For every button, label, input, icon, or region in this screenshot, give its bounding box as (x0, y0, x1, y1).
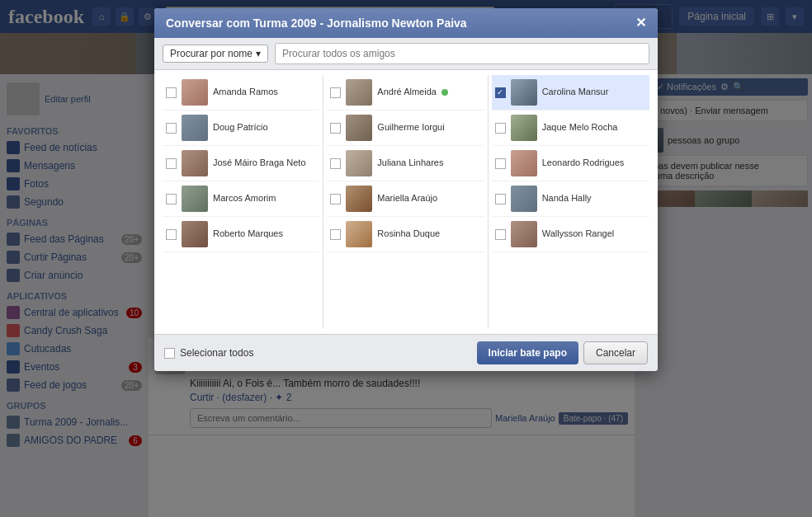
list-item[interactable]: Mariella Araújo (327, 181, 484, 217)
contact-name-10: Rosinha Duque (377, 228, 440, 239)
list-item[interactable]: Juliana Linhares (327, 146, 484, 181)
contact-name-11: Carolina Mansur (542, 87, 609, 97)
modal-footer: Selecionar todos Iniciar bate papo Cance… (154, 334, 658, 371)
chat-modal: Conversar com Turma 2009 - Jornalismo Ne… (154, 8, 658, 371)
list-item[interactable]: Nanda Hally (492, 181, 649, 217)
list-item[interactable]: José Máiro Braga Neto (163, 146, 319, 181)
search-type-dropdown[interactable]: Procurar por nome ▾ (163, 45, 268, 63)
contact-checkbox-12[interactable] (495, 123, 506, 134)
contact-avatar-2 (182, 115, 208, 141)
contact-checkbox-5[interactable] (166, 229, 177, 240)
contact-avatar-11 (511, 79, 537, 106)
contact-checkbox-3[interactable] (166, 158, 177, 169)
start-chat-button[interactable]: Iniciar bate papo (477, 341, 578, 364)
list-item[interactable]: Guilherme Iorgui (327, 110, 484, 146)
list-item[interactable]: ✓ Carolina Mansur (492, 75, 649, 110)
list-item[interactable]: Wallysson Rangel (492, 217, 649, 252)
contact-checkbox-6[interactable] (330, 87, 341, 98)
contact-name-12: Jaque Melo Rocha (542, 122, 618, 133)
contact-avatar-8 (346, 150, 372, 176)
list-item[interactable]: Marcos Amorim (163, 181, 319, 217)
contact-avatar-10 (346, 221, 372, 247)
contact-checkbox-1[interactable] (166, 87, 177, 98)
contact-name-3: José Máiro Braga Neto (213, 157, 306, 168)
contact-name-2: Doug Patrício (213, 122, 268, 133)
select-all-checkbox[interactable] (164, 348, 175, 359)
contact-col-2: André Almeida Guilherme Iorgui Juliana L… (323, 75, 488, 329)
contact-avatar-6 (346, 79, 372, 106)
contact-name-13: Leonardo Rodrigues (542, 157, 625, 168)
contact-checkbox-13[interactable] (495, 158, 506, 169)
modal-header: Conversar com Turma 2009 - Jornalismo Ne… (154, 8, 658, 38)
contact-name-15: Wallysson Rangel (542, 228, 615, 239)
chevron-down-icon: ▾ (256, 48, 261, 59)
list-item[interactable]: Doug Patrício (163, 110, 319, 146)
contact-checkbox-10[interactable] (330, 229, 341, 240)
dropdown-label: Procurar por nome (170, 48, 253, 59)
modal-title: Conversar com Turma 2009 - Jornalismo Ne… (166, 16, 467, 30)
contact-name-7: Guilherme Iorgui (377, 122, 444, 133)
contact-checkbox-8[interactable] (330, 158, 341, 169)
contact-avatar-3 (182, 150, 208, 176)
modal-toolbar: Procurar por nome ▾ (154, 38, 658, 70)
contact-checkbox-14[interactable] (495, 194, 506, 204)
contact-grid-container: Amanda Ramos Doug Patrício José Máiro Br… (154, 70, 658, 334)
contact-checkbox-4[interactable] (166, 194, 177, 204)
list-item[interactable]: Leonardo Rodrigues (492, 146, 649, 181)
contact-avatar-9 (346, 186, 372, 212)
footer-buttons: Iniciar bate papo Cancelar (477, 341, 648, 364)
contact-name-6: André Almeida (377, 87, 437, 97)
contact-grid: Amanda Ramos Doug Patrício José Máiro Br… (159, 70, 653, 334)
modal-overlay: Conversar com Turma 2009 - Jornalismo Ne… (0, 0, 812, 517)
contact-avatar-7 (346, 115, 372, 141)
online-indicator-6 (441, 89, 448, 96)
contact-name-14: Nanda Hally (542, 193, 592, 204)
contact-checkbox-2[interactable] (166, 123, 177, 134)
contact-avatar-14 (511, 186, 537, 212)
contact-checkbox-9[interactable] (330, 194, 341, 204)
list-item[interactable]: Amanda Ramos (163, 75, 319, 110)
contact-name-1: Amanda Ramos (213, 87, 278, 97)
contact-avatar-5 (182, 221, 208, 247)
contact-avatar-13 (511, 150, 537, 176)
contact-checkbox-15[interactable] (495, 229, 506, 240)
list-item[interactable]: Rosinha Duque (327, 217, 484, 252)
friend-search-input[interactable] (275, 43, 649, 64)
contact-checkbox-7[interactable] (330, 123, 341, 134)
list-item[interactable]: Jaque Melo Rocha (492, 110, 649, 146)
list-item[interactable]: André Almeida (327, 75, 484, 110)
contact-name-4: Marcos Amorim (213, 193, 276, 204)
cancel-button[interactable]: Cancelar (583, 341, 648, 364)
contact-checkbox-11[interactable]: ✓ (495, 87, 506, 98)
contact-avatar-4 (182, 186, 208, 212)
contact-name-9: Mariella Araújo (377, 193, 437, 204)
contact-avatar-15 (511, 221, 537, 247)
contact-name-8: Juliana Linhares (377, 157, 443, 168)
contact-col-1: Amanda Ramos Doug Patrício José Máiro Br… (159, 75, 323, 329)
contact-col-3: ✓ Carolina Mansur Jaque Melo Rocha Leona… (489, 75, 653, 329)
contact-avatar-12 (511, 115, 537, 141)
contact-name-5: Roberto Marques (213, 228, 283, 239)
contact-avatar-1 (182, 79, 208, 106)
select-all-label: Selecionar todos (180, 347, 253, 359)
modal-close-button[interactable]: ✕ (635, 16, 646, 30)
select-all-row: Selecionar todos (164, 347, 253, 359)
list-item[interactable]: Roberto Marques (163, 217, 319, 252)
